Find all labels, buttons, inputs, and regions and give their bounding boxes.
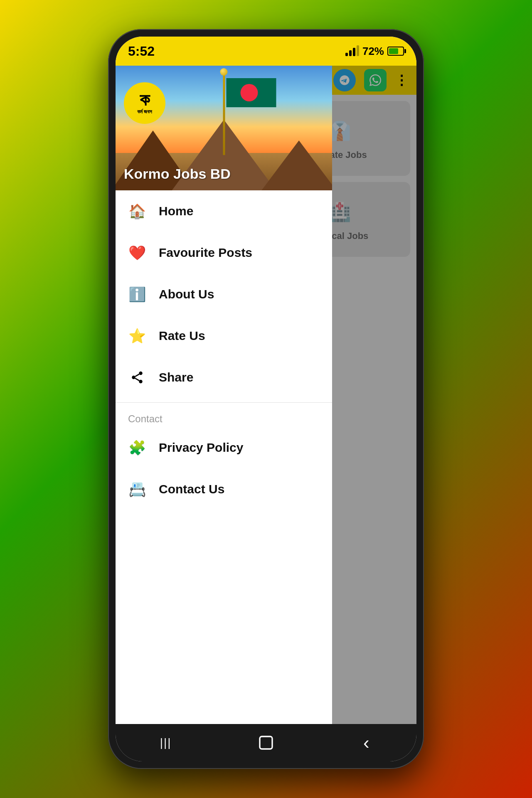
flag-red-circle	[240, 84, 258, 101]
share-label: Share	[159, 370, 193, 384]
phone-frame: 5:52 72%	[108, 29, 424, 769]
svg-line-4	[135, 374, 139, 377]
home-icon: 🏠	[128, 202, 146, 220]
svg-rect-5	[260, 736, 272, 749]
menu-item-privacy[interactable]: 🧩 Privacy Policy	[116, 427, 332, 468]
pole-ball	[220, 68, 228, 76]
logo-subtext: কর্ম জবস	[137, 108, 153, 115]
screen-content: ⋮ 🎓 Government Jobs 👔 Private Jobs 📊 By …	[116, 66, 416, 724]
battery-icon	[387, 47, 404, 56]
pole	[223, 72, 225, 155]
svg-line-3	[135, 378, 139, 381]
favourite-icon: ❤️	[128, 244, 146, 262]
menu-item-contact[interactable]: 📇 Contact Us	[116, 468, 332, 510]
menu-item-rate[interactable]: ⭐ Rate Us	[116, 315, 332, 357]
rate-label: Rate Us	[159, 329, 205, 343]
rate-icon: ⭐	[128, 327, 146, 345]
contact-section-header: Contact	[116, 407, 332, 427]
contact-label: Contact Us	[159, 482, 224, 496]
menu-item-share[interactable]: Share	[116, 357, 332, 398]
favourite-label: Favourite Posts	[159, 246, 252, 260]
phone-screen: 5:52 72%	[116, 37, 416, 761]
app-logo: ক কর্ম জবস	[124, 82, 165, 124]
flag-pole	[223, 72, 225, 155]
drawer-menu: 🏠 Home ❤️ Favourite Posts ℹ️ About Us	[116, 190, 332, 724]
menu-item-home[interactable]: 🏠 Home	[116, 190, 332, 232]
home-label: Home	[159, 204, 193, 218]
bangladesh-flag	[226, 78, 276, 107]
battery-percent: 72%	[362, 45, 384, 58]
privacy-label: Privacy Policy	[159, 441, 243, 455]
menu-divider	[116, 402, 332, 403]
logo-text: ক	[140, 91, 150, 108]
about-icon: ℹ️	[128, 285, 146, 303]
about-label: About Us	[159, 287, 214, 301]
svg-point-1	[132, 376, 135, 379]
navigation-drawer: ক কর্ম জবস Kormo Jobs BD 🏠 Home	[116, 66, 332, 724]
signal-icon	[345, 46, 359, 56]
bottom-navigation: ||| ‹	[116, 724, 416, 761]
drawer-app-title: Kormo Jobs BD	[124, 166, 231, 182]
privacy-icon: 🧩	[128, 438, 146, 457]
recent-apps-button[interactable]: |||	[149, 732, 182, 753]
contact-icon: 📇	[128, 480, 146, 498]
status-time: 5:52	[128, 44, 155, 59]
status-bar: 5:52 72%	[116, 37, 416, 66]
menu-item-about[interactable]: ℹ️ About Us	[116, 273, 332, 315]
menu-item-favourite[interactable]: ❤️ Favourite Posts	[116, 232, 332, 273]
home-button[interactable]	[249, 732, 283, 753]
share-icon	[128, 368, 146, 387]
svg-point-2	[139, 380, 143, 384]
svg-point-0	[139, 372, 143, 375]
back-button[interactable]: ‹	[350, 732, 383, 753]
status-right: 72%	[345, 45, 404, 58]
drawer-header: ক কর্ম জবস Kormo Jobs BD	[116, 66, 332, 190]
